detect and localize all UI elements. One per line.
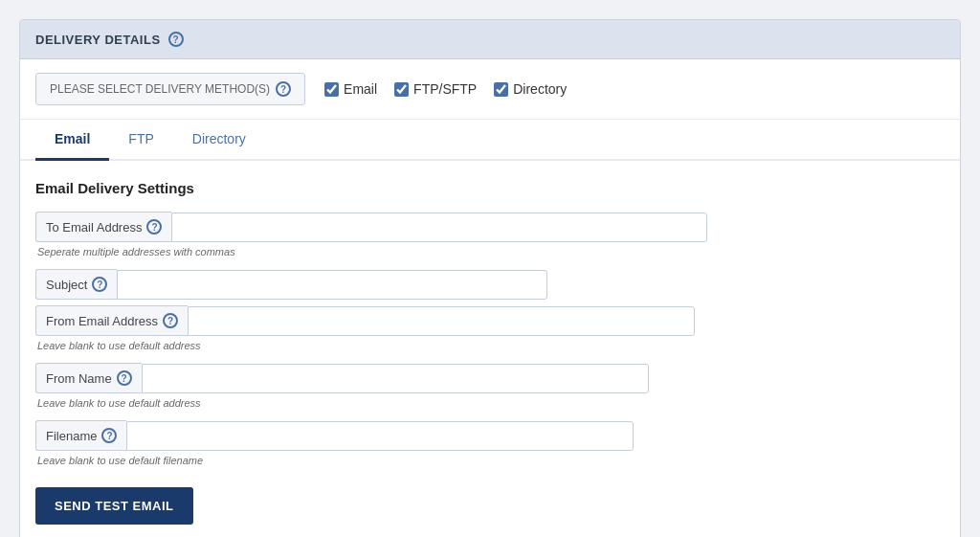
directory-checkbox[interactable] xyxy=(494,82,508,97)
to-email-label: To Email Address ? xyxy=(35,212,171,242)
email-checkbox-item[interactable]: Email xyxy=(324,81,377,97)
filename-hint: Leave blank to use default filename xyxy=(35,455,945,466)
from-email-group: From Email Address ? Leave blank to use … xyxy=(35,305,945,351)
tab-directory[interactable]: Directory xyxy=(173,120,265,161)
email-checkbox-label: Email xyxy=(344,81,377,97)
to-email-row: To Email Address ? xyxy=(35,212,945,242)
subject-input[interactable] xyxy=(117,270,547,300)
from-email-input[interactable] xyxy=(188,306,695,336)
subject-row: Subject ? xyxy=(35,269,945,300)
tab-ftp[interactable]: FTP xyxy=(109,120,172,161)
filename-row: Filename ? xyxy=(35,420,945,451)
directory-checkbox-label: Directory xyxy=(513,81,567,97)
filename-group: Filename ? Leave blank to use default fi… xyxy=(35,420,945,466)
to-email-group: To Email Address ? Seperate multiple add… xyxy=(35,212,945,257)
from-name-input[interactable] xyxy=(142,364,649,393)
main-container: DELIVERY DETAILS ? PLEASE SELECT DELIVER… xyxy=(19,19,961,537)
from-email-label: From Email Address ? xyxy=(35,305,188,336)
filename-label: Filename ? xyxy=(35,420,126,451)
delivery-method-help-icon[interactable]: ? xyxy=(276,81,291,97)
tabs-bar: Email FTP Directory xyxy=(20,120,960,161)
from-name-label: From Name ? xyxy=(35,363,142,393)
tab-email[interactable]: Email xyxy=(35,120,109,161)
directory-checkbox-item[interactable]: Directory xyxy=(494,81,567,97)
from-name-row: From Name ? xyxy=(35,363,945,393)
send-test-email-button[interactable]: SEND TEST EMAIL xyxy=(35,487,193,525)
to-email-help-icon[interactable]: ? xyxy=(146,219,162,235)
content-area: Email Delivery Settings To Email Address… xyxy=(20,161,960,537)
delivery-checkboxes: Email FTP/SFTP Directory xyxy=(324,81,567,97)
ftp-checkbox[interactable] xyxy=(394,82,409,97)
from-email-help-icon[interactable]: ? xyxy=(163,313,178,328)
ftp-checkbox-label: FTP/SFTP xyxy=(413,81,477,97)
to-email-input[interactable] xyxy=(171,213,707,242)
delivery-method-button[interactable]: PLEASE SELECT DELIVERY METHOD(S) ? xyxy=(35,73,305,105)
subject-help-icon[interactable]: ? xyxy=(92,277,107,292)
header-help-icon[interactable]: ? xyxy=(168,32,184,47)
delivery-method-label: PLEASE SELECT DELIVERY METHOD(S) xyxy=(50,82,270,96)
from-email-hint: Leave blank to use default address xyxy=(35,340,945,351)
email-settings-title: Email Delivery Settings xyxy=(35,180,945,196)
email-checkbox[interactable] xyxy=(324,82,339,97)
from-name-help-icon[interactable]: ? xyxy=(117,370,132,386)
from-email-row: From Email Address ? xyxy=(35,305,945,336)
ftp-checkbox-item[interactable]: FTP/SFTP xyxy=(394,81,477,97)
section-header: DELIVERY DETAILS ? xyxy=(20,20,960,59)
delivery-method-bar: PLEASE SELECT DELIVERY METHOD(S) ? Email… xyxy=(20,59,960,120)
from-name-group: From Name ? Leave blank to use default a… xyxy=(35,363,945,409)
from-name-hint: Leave blank to use default address xyxy=(35,397,945,409)
to-email-hint: Seperate multiple addresses with commas xyxy=(35,246,945,257)
subject-label: Subject ? xyxy=(35,269,117,300)
subject-group: Subject ? xyxy=(35,269,945,300)
filename-help-icon[interactable]: ? xyxy=(101,428,117,443)
filename-input[interactable] xyxy=(126,421,634,451)
section-title: DELIVERY DETAILS xyxy=(35,33,161,47)
